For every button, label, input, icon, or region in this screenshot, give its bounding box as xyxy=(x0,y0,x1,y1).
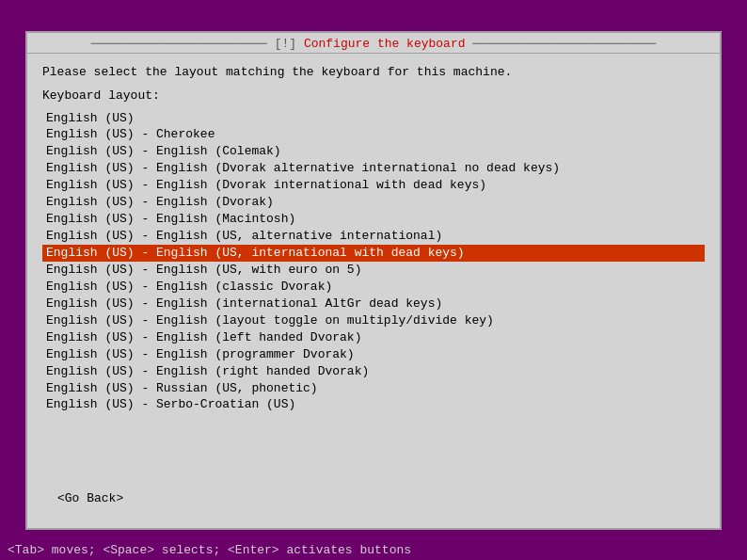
status-bar: <Tab> moves; <Space> selects; <Enter> ac… xyxy=(0,540,747,560)
go-back-button[interactable]: <Go Back> xyxy=(57,491,123,505)
title-decoration-left: ──────────────────────── [!] xyxy=(91,37,304,51)
list-item[interactable]: English (US) - Serbo-Croatian (US) xyxy=(42,396,705,413)
list-item[interactable]: English (US) - English (US, alternative … xyxy=(42,228,705,245)
title-bar: ──────────────────────── [!] Configure t… xyxy=(27,33,720,54)
title-text: Configure the keyboard xyxy=(304,37,466,51)
list-item[interactable]: English (US) - English (US, internationa… xyxy=(42,245,705,262)
go-back-area: <Go Back> xyxy=(42,484,705,517)
list-item[interactable]: English (US) - English (layout toggle on… xyxy=(42,312,705,329)
list-item[interactable]: English (US) - Russian (US, phonetic) xyxy=(42,380,705,397)
list-item[interactable]: English (US) - English (US, with euro on… xyxy=(42,262,705,279)
list-item[interactable]: English (US) - English (Dvorak alternati… xyxy=(42,160,705,177)
list-item[interactable]: English (US) - English (Dvorak internati… xyxy=(42,177,705,194)
list-item[interactable]: English (US) - English (Dvorak) xyxy=(42,194,705,211)
list-item[interactable]: English (US) - English (Colemak) xyxy=(42,143,705,160)
instruction-text: Please select the layout matching the ke… xyxy=(42,65,705,79)
list-item[interactable]: English (US) xyxy=(42,110,705,127)
list-item[interactable]: English (US) - English (left handed Dvor… xyxy=(42,329,705,346)
list-item[interactable]: English (US) - Cherokee xyxy=(42,126,705,143)
list-item[interactable]: English (US) - English (right handed Dvo… xyxy=(42,363,705,380)
keyboard-layout-label: Keyboard layout: xyxy=(42,88,705,103)
content-area: Please select the layout matching the ke… xyxy=(27,54,720,528)
title-decoration-right: ───────────────────────── xyxy=(466,37,657,51)
layout-list: English (US)English (US) - CherokeeEngli… xyxy=(42,110,705,484)
list-item[interactable]: English (US) - English (international Al… xyxy=(42,296,705,312)
list-item[interactable]: English (US) - English (classic Dvorak) xyxy=(42,279,705,296)
main-dialog: ──────────────────────── [!] Configure t… xyxy=(25,31,722,530)
list-item[interactable]: English (US) - English (Macintosh) xyxy=(42,211,705,228)
status-text: <Tab> moves; <Space> selects; <Enter> ac… xyxy=(8,543,411,557)
list-item[interactable]: English (US) - English (programmer Dvora… xyxy=(42,346,705,363)
